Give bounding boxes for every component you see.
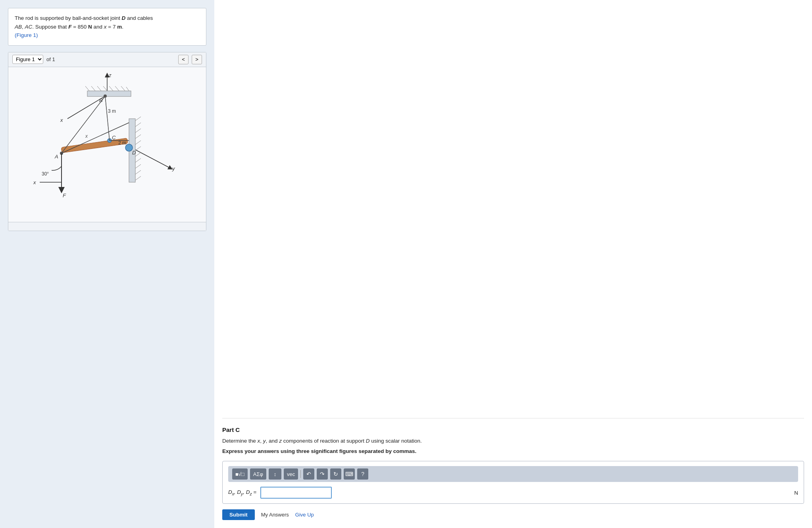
formula-toolbar: ■√□ ΑΣφ ↕ vec ↶ ↷ ↻ xyxy=(228,466,798,482)
joint-D-label: D xyxy=(121,15,125,21)
sqrt-button[interactable]: ■√□ xyxy=(232,468,248,480)
svg-text:x: x xyxy=(33,179,36,185)
svg-text:D: D xyxy=(132,150,136,156)
problem-text-1: The rod is supported by ball-and-socket … xyxy=(15,15,153,21)
undo-icon: ↶ xyxy=(306,471,311,477)
refresh-icon: ↻ xyxy=(333,471,338,477)
svg-text:3 m: 3 m xyxy=(108,108,116,114)
figure-link[interactable]: (Figure 1) xyxy=(15,32,38,38)
keyboard-icon: ⌨ xyxy=(345,471,353,477)
sqrt-icon: ■√□ xyxy=(235,471,244,477)
answer-input[interactable] xyxy=(260,487,332,499)
cable-AB-label: AB xyxy=(15,24,22,30)
problem-text-2: . Suppose that F = 850 N and x = 7 m. xyxy=(32,24,123,30)
keyboard-button[interactable]: ⌨ xyxy=(344,468,355,480)
figure-nav-group: < > xyxy=(178,55,202,64)
answer-label: Dx, Dy, Dz = xyxy=(228,489,256,496)
part-c-section: Part C Determine the x, y, and z compone… xyxy=(222,418,804,520)
undo-button[interactable]: ↶ xyxy=(303,468,314,480)
toolbar-separator-1 xyxy=(300,470,301,478)
svg-text:30°: 30° xyxy=(42,171,49,177)
figure-image-area: z x y x xyxy=(8,67,206,222)
right-panel: Part C Determine the x, y, and z compone… xyxy=(214,0,812,528)
svg-text:C: C xyxy=(112,135,116,141)
figure-container: Figure 1 of 1 < > z x y xyxy=(8,52,206,231)
svg-text:F: F xyxy=(63,193,66,198)
vec-button[interactable]: vec xyxy=(284,468,298,480)
svg-text:z: z xyxy=(108,72,112,78)
svg-text:x: x xyxy=(60,117,63,123)
help-button[interactable]: ? xyxy=(357,468,368,480)
unit-label: N xyxy=(794,490,798,496)
greek-icon: ΑΣφ xyxy=(253,471,263,477)
figure-select[interactable]: Figure 1 xyxy=(12,55,43,64)
refresh-button[interactable]: ↻ xyxy=(330,468,341,480)
svg-rect-21 xyxy=(87,91,131,96)
part-c-express-instruction: Express your answers using three signifi… xyxy=(222,447,804,455)
greek-button[interactable]: ΑΣφ xyxy=(250,468,266,480)
svg-text:x: x xyxy=(85,133,88,139)
cable-AC-label: AC xyxy=(25,24,33,30)
arrows-button[interactable]: ↕ xyxy=(269,468,281,480)
redo-button[interactable]: ↷ xyxy=(317,468,328,480)
svg-text:2 m: 2 m xyxy=(118,140,126,146)
figure-diagram: z x y x xyxy=(16,71,198,218)
submit-button[interactable]: Submit xyxy=(222,509,255,520)
svg-text:A: A xyxy=(54,154,58,160)
give-up-link[interactable]: Give Up xyxy=(295,512,314,518)
problem-statement: The rod is supported by ball-and-socket … xyxy=(8,8,206,46)
answer-box: ■√□ ΑΣφ ↕ vec ↶ ↷ ↻ xyxy=(222,461,804,504)
my-answers-link[interactable]: My Answers xyxy=(261,512,289,518)
vec-label: vec xyxy=(287,471,295,477)
part-c-description: Determine the x, y, and z components of … xyxy=(222,437,804,445)
figure-footer xyxy=(8,222,206,231)
help-icon: ? xyxy=(361,471,364,477)
figure-of-label: of 1 xyxy=(46,56,55,62)
redo-icon: ↷ xyxy=(320,471,325,477)
comma-sep: , xyxy=(22,24,25,30)
action-row: Submit My Answers Give Up xyxy=(222,509,804,520)
figure-prev-button[interactable]: < xyxy=(178,55,189,64)
figure-next-button[interactable]: > xyxy=(192,55,202,64)
svg-point-34 xyxy=(125,144,133,151)
arrows-icon: ↕ xyxy=(274,471,277,477)
answer-row: Dx, Dy, Dz = N xyxy=(228,487,798,499)
part-c-title: Part C xyxy=(222,426,804,433)
left-panel: The rod is supported by ball-and-socket … xyxy=(0,0,214,528)
figure-header: Figure 1 of 1 < > xyxy=(8,52,206,67)
